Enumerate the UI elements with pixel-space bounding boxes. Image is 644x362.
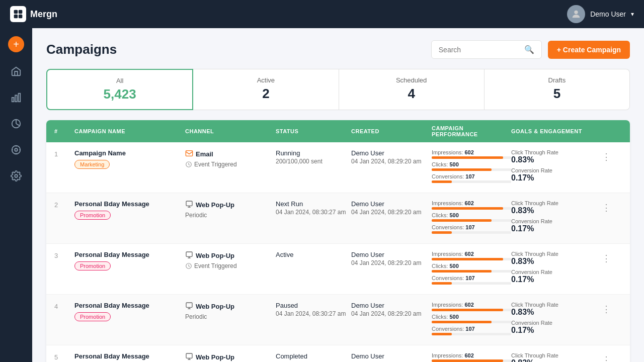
page-header: Campaigns 🔍 + Create Campaign [46,40,630,59]
channel-name: Web Pop-Up [185,302,276,311]
more-options-button[interactable]: ⋮ [602,251,611,264]
conversions-row: Conversions: 107 [432,224,511,234]
sidebar-item-reports[interactable] [5,113,27,135]
row-actions[interactable]: ⋮ [602,200,622,213]
svg-point-9 [12,146,21,154]
sidebar-item-home[interactable] [5,60,27,82]
sidebar-item-settings[interactable] [5,165,27,187]
col-num: # [54,128,74,134]
goals-info: Click Through Rate 0.83% Conversion Rate… [511,302,602,338]
stat-tab-all[interactable]: All 5,423 [46,69,193,110]
status-text: Active [276,251,351,258]
ctr-value: 0.83% [511,358,602,362]
stat-tab-scheduled[interactable]: Scheduled 4 [339,69,485,110]
row-actions[interactable]: ⋮ [602,149,622,162]
ctr-value: 0.83% [511,308,602,317]
more-options-button[interactable]: ⋮ [602,352,611,362]
user-name: Demo User [590,10,626,18]
more-options-button[interactable]: ⋮ [602,149,611,162]
cr-item: Conversion Rate 0.17% [511,167,602,183]
svg-point-10 [15,148,18,151]
row-actions[interactable]: ⋮ [602,302,622,315]
goals-info: Click Through Rate 0.83% Conversion Rate… [511,251,602,287]
sidebar-item-analytics[interactable] [5,86,27,109]
svg-rect-22 [186,353,192,358]
stat-tab-drafts[interactable]: Drafts 5 [485,69,630,110]
chevron-down-icon[interactable]: ▾ [631,11,634,18]
col-goals: GOALS & ENGAGEMENT [511,128,602,134]
cr-label: Conversion Rate [511,269,602,275]
ctr-value: 0.83% [511,257,602,266]
created-user: Demo User [351,352,432,360]
ctr-label: Click Through Rate [511,200,602,206]
impressions-label: Impressions: 602 [432,149,511,155]
sidebar-add-button[interactable]: + [8,36,24,52]
ctr-label: Click Through Rate [511,352,602,358]
logo-icon [10,6,26,22]
svg-rect-6 [15,95,17,102]
ctr-item: Click Through Rate 0.83% [511,302,602,317]
search-icon: 🔍 [524,45,534,54]
goals-info: Click Through Rate 0.83% Conversion Rate… [511,352,602,362]
cr-value: 0.17% [511,326,602,335]
status-text: Paused [276,302,351,309]
svg-rect-16 [186,151,192,156]
cr-item: Conversion Rate 0.17% [511,269,602,284]
table-body: 1 Campaign Name Marketing Email Event Tr… [46,142,630,362]
search-input[interactable] [439,46,520,54]
sidebar-item-campaigns[interactable] [5,139,27,161]
channel-info: Web Pop-Up Event Triggered [185,251,276,269]
col-status: STATUS [276,128,351,134]
user-menu[interactable]: Demo User ▾ [567,5,634,23]
col-performance: CAMPAIGN PERFORMANCE [432,125,511,137]
row-actions[interactable]: ⋮ [602,251,622,264]
channel-sub: Periodic [185,212,276,219]
row-actions[interactable]: ⋮ [602,352,622,362]
ctr-label: Click Through Rate [511,149,602,155]
svg-rect-7 [19,94,21,102]
created-user: Demo User [351,149,432,157]
status-text: Next Run [276,200,351,208]
more-options-button[interactable]: ⋮ [602,302,611,315]
conversions-label: Conversions: 107 [432,326,511,332]
conversions-row: Conversions: 107 [432,326,511,335]
svg-rect-19 [186,252,192,256]
channel-info: Web Pop-Up Periodic [185,302,276,320]
campaign-tag: Marketing [74,160,110,169]
svg-point-15 [15,174,18,177]
stat-tab-active[interactable]: Active 2 [193,69,339,110]
status-sub: 200/100,000 sent [276,158,351,165]
campaign-name: Personal Bday Message [74,251,185,258]
status-sub: 04 Jan 2024, 08:30:27 am [276,310,351,317]
cr-value: 0.17% [511,275,602,284]
goals-info: Click Through Rate 0.83% Conversion Rate… [511,149,602,186]
status-text: Running [276,149,351,157]
more-options-button[interactable]: ⋮ [602,200,611,213]
created-date: 04 Jan 2024, 08:29:20 am [351,209,432,216]
svg-rect-0 [14,10,18,14]
cr-label: Conversion Rate [511,218,602,224]
stat-value: 2 [203,86,328,102]
created-info: Demo User 04 Jan 2024, 08:29:20 am [351,352,432,362]
channel-name: Web Pop-Up [185,200,276,210]
impressions-row: Impressions: 602 [432,302,511,311]
conversions-label: Conversions: 107 [432,224,511,230]
channel-sub: Periodic [185,313,276,320]
channel-sub: Event Triggered [185,262,276,269]
campaign-tag: Promotion [74,261,111,270]
svg-rect-18 [186,201,192,206]
clicks-label: Clicks: 500 [432,161,511,167]
channel-icon [185,302,193,311]
create-campaign-button[interactable]: + Create Campaign [548,41,630,59]
table-row: 3 Personal Bday Message Promotion Web Po… [46,244,630,295]
row-num: 2 [54,200,74,209]
campaign-tag: Promotion [74,211,111,220]
search-box[interactable]: 🔍 [431,40,542,59]
status-info: Paused 04 Jan 2024, 08:30:27 am [276,302,351,317]
ctr-label: Click Through Rate [511,251,602,257]
campaigns-table: # CAMPAIGN NAME CHANNEL STATUS CREATED C… [46,120,630,362]
stat-label: All [57,77,182,84]
cr-item: Conversion Rate 0.17% [511,320,602,335]
page-title: Campaigns [46,42,117,57]
channel-icon [185,352,193,362]
